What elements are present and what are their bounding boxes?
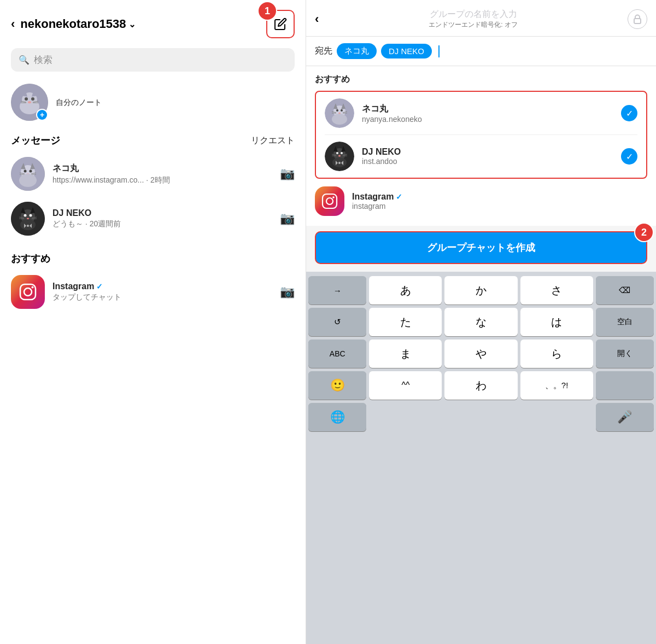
svg-point-6 [31, 97, 34, 101]
lock-icon [628, 9, 647, 29]
instagram-avatar [11, 275, 45, 309]
nekomaru-avatar-svg [11, 157, 45, 191]
suggestions-title-left: おすすめ [11, 252, 50, 265]
svg-point-65 [338, 162, 341, 164]
svg-point-36 [27, 225, 29, 227]
step1-badge: 1 [257, 1, 277, 21]
svg-point-17 [30, 170, 32, 173]
key-empty [596, 371, 654, 400]
svg-point-68 [332, 196, 335, 198]
key-ra[interactable]: ら [520, 339, 593, 368]
request-button[interactable]: リクエスト [251, 135, 295, 147]
suggest-nekomaru-handle: nyanya.nekoneko [362, 115, 613, 124]
svg-rect-66 [323, 194, 337, 208]
insta-suggest-avatar [315, 186, 344, 216]
camera-icon-nekomaru[interactable]: 📷 [280, 167, 295, 181]
insta-suggest-info: Instagram ✓ instagram [352, 192, 647, 210]
suggest-djneko-name: DJ NEKO [362, 147, 613, 157]
chevron-down-icon: ⌄ [128, 19, 136, 30]
nekomaru-name: ネコ丸 [52, 163, 272, 174]
key-sa[interactable]: さ [520, 276, 593, 305]
suggest-djneko-handle: inst.andoo [362, 157, 613, 166]
create-group-button[interactable]: グループチャットを作成 [315, 231, 647, 264]
message-item-nekomaru[interactable]: ネコ丸 https://www.instagram.co... · 2時間 📷 [0, 151, 306, 196]
instagram-suggestion-item[interactable]: Instagram ✓ タップしてチャット 📷 [0, 270, 306, 314]
key-haha[interactable]: ^^ [369, 371, 442, 400]
key-mic[interactable]: 🎤 [596, 403, 654, 431]
key-globe[interactable]: 🌐 [308, 403, 366, 431]
key-space[interactable]: 空白 [596, 308, 654, 336]
username-label: nekonekotaro1538 [20, 17, 126, 31]
camera-icon-djneko[interactable]: 📷 [280, 212, 295, 226]
svg-point-58 [341, 152, 343, 154]
instagram-verified-icon: ✓ [96, 282, 103, 291]
key-open[interactable]: 開く [596, 339, 654, 368]
suggest-nekomaru-svg [325, 98, 354, 128]
keyboard-area: → あ か さ ⌫ ↺ た な は 空白 ABC ま や ら 開く 🙂 ^^ わ… [306, 272, 656, 644]
search-bar[interactable]: 🔍 検索 [11, 48, 295, 72]
key-punctuation[interactable]: 、。?! [520, 371, 593, 400]
svg-point-38 [24, 288, 32, 296]
key-ka[interactable]: か [444, 276, 517, 305]
create-group-btn-wrapper: グループチャットを作成 2 [315, 231, 647, 264]
key-empty1 [369, 403, 442, 431]
key-emoji[interactable]: 🙂 [308, 371, 366, 400]
note-avatar-wrapper: + [11, 84, 48, 121]
svg-rect-40 [634, 19, 641, 24]
svg-point-5 [25, 97, 28, 101]
e2e-label: エンドツーエンド暗号化: オフ [429, 20, 518, 30]
note-text: 自分のノート [56, 98, 102, 107]
djneko-info: DJ NEKO どうも～ · 20週間前 [52, 208, 272, 229]
djneko-avatar-svg [11, 202, 45, 236]
instagram-suggest-row[interactable]: Instagram ✓ instagram [306, 181, 656, 221]
right-back-button[interactable]: ‹ [315, 12, 319, 26]
recipient-chip-nekomaru[interactable]: ネコ丸 [337, 43, 377, 59]
recipient-chip-djneko[interactable]: DJ NEKO [381, 44, 432, 58]
suggest-nekomaru-avatar [325, 98, 354, 128]
key-arrow[interactable]: → [308, 276, 366, 305]
key-ya[interactable]: や [444, 339, 517, 368]
key-wa[interactable]: わ [444, 371, 517, 400]
key-ha[interactable]: は [520, 308, 593, 336]
svg-point-52 [332, 114, 347, 125]
suggestions-header-area: おすすめ [306, 66, 656, 85]
svg-point-45 [336, 109, 338, 112]
svg-point-7 [28, 101, 31, 103]
instagram-info: Instagram ✓ タップしてチャット [52, 282, 272, 302]
key-ta[interactable]: た [369, 308, 442, 336]
keyboard-row-2: ↺ た な は 空白 [308, 308, 654, 336]
djneko-name: DJ NEKO [52, 208, 272, 218]
suggest-djneko-svg [325, 142, 354, 171]
key-na[interactable]: な [444, 308, 517, 336]
keyboard-row-5: 🌐 🎤 [308, 403, 654, 431]
key-abc[interactable]: ABC [308, 339, 366, 368]
compose-btn-wrapper: 1 [266, 10, 295, 38]
key-backspace[interactable]: ⌫ [596, 276, 654, 305]
key-empty2 [444, 403, 517, 431]
left-panel: ‹ nekonekotaro1538 ⌄ 1 🔍 検索 [0, 0, 306, 644]
message-list: ネコ丸 https://www.instagram.co... · 2時間 📷 [0, 151, 306, 241]
instagram-logo-icon [18, 282, 38, 302]
key-empty3 [520, 403, 593, 431]
svg-point-57 [336, 152, 338, 154]
suggest-nekomaru[interactable]: ネコ丸 nyanya.nekoneko ✓ [316, 92, 646, 134]
svg-point-23 [19, 174, 37, 187]
back-button[interactable]: ‹ [11, 17, 15, 31]
username-title[interactable]: nekonekotaro1538 ⌄ [20, 17, 135, 31]
group-name-placeholder[interactable]: グループの名前を入力 [430, 9, 517, 20]
nekomaru-info: ネコ丸 https://www.instagram.co... · 2時間 [52, 163, 272, 185]
message-item-djneko[interactable]: DJ NEKO どうも～ · 20週間前 📷 [0, 196, 306, 241]
search-icon: 🔍 [19, 55, 30, 65]
key-ma[interactable]: ま [369, 339, 442, 368]
camera-icon-instagram[interactable]: 📷 [280, 285, 295, 299]
suggestions-title-right: おすすめ [315, 74, 647, 85]
key-a[interactable]: あ [369, 276, 442, 305]
right-panel: ‹ グループの名前を入力 エンドツーエンド暗号化: オフ 宛先 ネコ丸 DJ N… [306, 0, 656, 644]
compose-icon [274, 17, 287, 31]
key-undo[interactable]: ↺ [308, 308, 366, 336]
instagram-preview: タップしてチャット [52, 292, 272, 302]
suggest-djneko[interactable]: DJ NEKO inst.andoo ✓ [316, 135, 646, 178]
svg-point-59 [338, 155, 341, 157]
right-title-area: グループの名前を入力 エンドツーエンド暗号化: オフ [325, 9, 621, 30]
suggestions-section-header: おすすめ [0, 248, 306, 270]
